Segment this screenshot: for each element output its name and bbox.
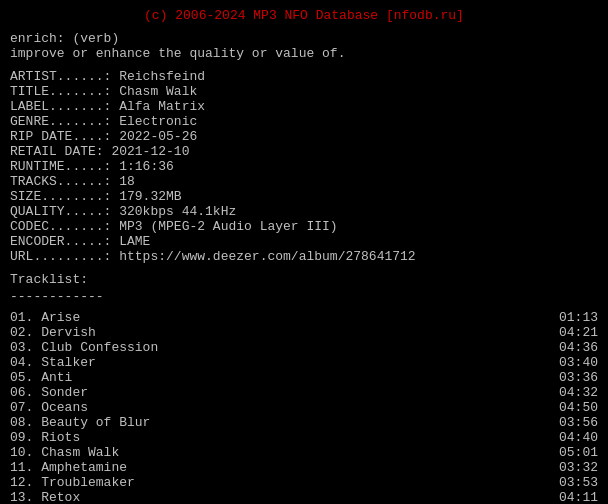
- track-duration: 03:32: [559, 460, 598, 475]
- track-title: 11. Amphetamine: [10, 460, 559, 475]
- track-title: 04. Stalker: [10, 355, 559, 370]
- meta-rip-date: RIP DATE....: 2022-05-26: [10, 129, 598, 144]
- track-row: 10. Chasm Walk05:01: [10, 445, 598, 460]
- track-duration: 03:53: [559, 475, 598, 490]
- track-row: 13. Retox04:11: [10, 490, 598, 504]
- track-title: 02. Dervish: [10, 325, 559, 340]
- track-duration: 03:36: [559, 370, 598, 385]
- track-row: 03. Club Confession04:36: [10, 340, 598, 355]
- track-row: 09. Riots04:40: [10, 430, 598, 445]
- meta-encoder: ENCODER.....: LAME: [10, 234, 598, 249]
- track-title: 07. Oceans: [10, 400, 559, 415]
- meta-artist: ARTIST......: Reichsfeind: [10, 69, 598, 84]
- track-title: 10. Chasm Walk: [10, 445, 559, 460]
- tracklist-header: Tracklist:: [10, 272, 598, 287]
- track-duration: 04:50: [559, 400, 598, 415]
- meta-size: SIZE........: 179.32MB: [10, 189, 598, 204]
- track-row: 06. Sonder04:32: [10, 385, 598, 400]
- track-duration: 03:40: [559, 355, 598, 370]
- meta-label: LABEL.......: Alfa Matrix: [10, 99, 598, 114]
- meta-codec: CODEC.......: MP3 (MPEG-2 Audio Layer II…: [10, 219, 598, 234]
- track-title: 05. Anti: [10, 370, 559, 385]
- track-row: 12. Troublemaker03:53: [10, 475, 598, 490]
- enrich-line1: enrich: (verb): [10, 31, 119, 46]
- meta-runtime: RUNTIME.....: 1:16:36: [10, 159, 598, 174]
- track-duration: 04:11: [559, 490, 598, 504]
- track-title: 06. Sonder: [10, 385, 559, 400]
- track-title: 03. Club Confession: [10, 340, 559, 355]
- meta-genre: GENRE.......: Electronic: [10, 114, 598, 129]
- track-duration: 01:13: [559, 310, 598, 325]
- meta-tracks: TRACKS......: 18: [10, 174, 598, 189]
- track-duration: 04:21: [559, 325, 598, 340]
- track-row: 08. Beauty of Blur03:56: [10, 415, 598, 430]
- track-title: 09. Riots: [10, 430, 559, 445]
- track-title: 08. Beauty of Blur: [10, 415, 559, 430]
- header: (c) 2006-2024 MP3 NFO Database [nfodb.ru…: [10, 8, 598, 23]
- track-row: 05. Anti03:36: [10, 370, 598, 385]
- track-row: 04. Stalker03:40: [10, 355, 598, 370]
- tracklist-divider: ------------: [10, 289, 598, 304]
- enrich-block: enrich: (verb) improve or enhance the qu…: [10, 31, 598, 61]
- track-duration: 05:01: [559, 445, 598, 460]
- track-title: 12. Troublemaker: [10, 475, 559, 490]
- track-row: 02. Dervish04:21: [10, 325, 598, 340]
- track-duration: 03:56: [559, 415, 598, 430]
- track-title: 13. Retox: [10, 490, 559, 504]
- track-row: 01. Arise01:13: [10, 310, 598, 325]
- track-duration: 04:32: [559, 385, 598, 400]
- track-row: 07. Oceans04:50: [10, 400, 598, 415]
- meta-url: URL.........: https://www.deezer.com/alb…: [10, 249, 598, 264]
- track-duration: 04:36: [559, 340, 598, 355]
- track-duration: 04:40: [559, 430, 598, 445]
- meta-retail-date: RETAIL DATE: 2021-12-10: [10, 144, 598, 159]
- track-row: 11. Amphetamine03:32: [10, 460, 598, 475]
- track-title: 01. Arise: [10, 310, 559, 325]
- meta-block: ARTIST......: Reichsfeind TITLE.......: …: [10, 69, 598, 264]
- meta-quality: QUALITY.....: 320kbps 44.1kHz: [10, 204, 598, 219]
- meta-title: TITLE.......: Chasm Walk: [10, 84, 598, 99]
- track-list: 01. Arise01:1302. Dervish04:2103. Club C…: [10, 310, 598, 504]
- enrich-line2: improve or enhance the quality or value …: [10, 46, 345, 61]
